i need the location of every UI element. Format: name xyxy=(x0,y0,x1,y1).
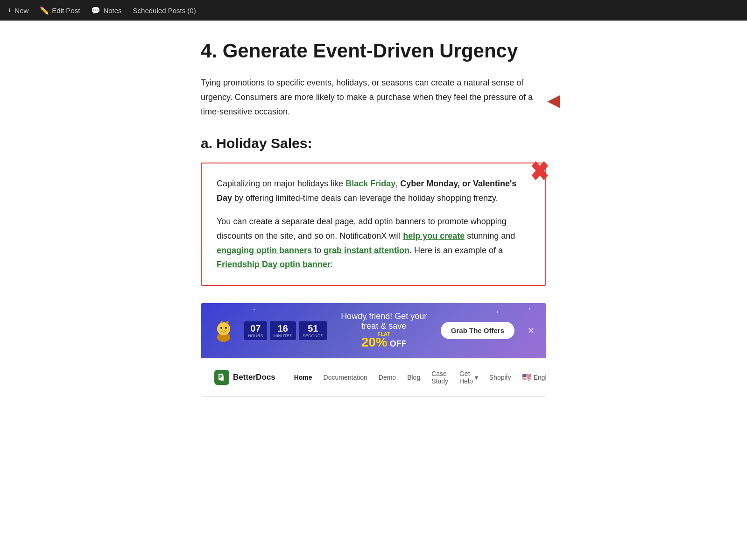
notes-button[interactable]: 💬 Notes xyxy=(91,6,121,15)
scheduled-label: Scheduled Posts (0) xyxy=(133,7,196,14)
nav-home[interactable]: Home xyxy=(294,374,312,381)
play-arrow-icon: ◀ xyxy=(547,92,560,109)
friendship-day-link[interactable]: Friendship Day optin banner xyxy=(217,260,331,269)
countdown-timer: 07 Hours 16 Minutes 51 Seconds xyxy=(244,321,327,340)
chevron-down-icon: ▾ xyxy=(475,374,478,381)
star-5: ✦ xyxy=(496,310,499,314)
hours-label: Hours xyxy=(248,333,263,338)
main-content: 4. Generate Event-Driven Urgency Tying p… xyxy=(163,21,584,415)
nav-documentation[interactable]: Documentation xyxy=(324,374,367,381)
nav-blog[interactable]: Blog xyxy=(407,374,420,381)
minutes-value: 16 xyxy=(274,323,293,333)
logo-text: BetterDocs xyxy=(233,373,275,382)
off-label: OFF xyxy=(390,339,407,348)
logo-icon xyxy=(214,370,229,385)
edit-post-label: Edit Post xyxy=(52,7,80,14)
banner-close-icon[interactable]: ✕ xyxy=(528,326,535,336)
minutes-label: Minutes xyxy=(274,333,293,338)
engaging-optin-banners-link[interactable]: engaging optin banners xyxy=(217,246,312,255)
nav-demo[interactable]: Demo xyxy=(379,374,396,381)
help-create-link[interactable]: help you create xyxy=(403,231,465,241)
countdown-minutes: 16 Minutes xyxy=(270,321,296,340)
scheduled-posts-button[interactable]: Scheduled Posts (0) xyxy=(133,7,196,14)
seconds-value: 51 xyxy=(303,323,324,333)
intro-paragraph: Tying promotions to specific events, hol… xyxy=(201,76,546,119)
nav-case-study[interactable]: Case Study xyxy=(431,370,448,385)
svg-marker-5 xyxy=(226,320,229,323)
box-paragraph-1: Capitalizing on major holidays like Blac… xyxy=(217,177,530,205)
nav-shopify[interactable]: Shopify xyxy=(489,374,511,381)
betterdocs-logo[interactable]: BetterDocs xyxy=(214,370,275,385)
plus-icon: + xyxy=(7,6,12,14)
countdown-hours: 07 Hours xyxy=(244,321,267,340)
subsection-title: a. Holiday Sales: xyxy=(201,135,546,151)
discount-value: 20% xyxy=(361,335,388,349)
grab-instant-attention-link[interactable]: grab instant attention xyxy=(324,246,409,255)
section-title: 4. Generate Event-Driven Urgency xyxy=(201,39,546,63)
svg-point-3 xyxy=(225,327,227,329)
nav-get-help[interactable]: Get Help ▾ xyxy=(459,370,478,385)
banner-top-bar: ✦ ✦ ✦ ✦ ✦ ✦ xyxy=(201,303,546,358)
nav-language[interactable]: 🇺🇸 English ▾ xyxy=(522,373,546,382)
banner-mascot xyxy=(212,319,235,343)
black-friday-link[interactable]: Black Friday xyxy=(345,179,395,188)
svg-marker-4 xyxy=(220,320,224,323)
box-paragraph-2: You can create a separate deal page, add… xyxy=(217,214,530,271)
flag-icon: 🇺🇸 xyxy=(522,373,531,382)
banner-preview: ✦ ✦ ✦ ✦ ✦ ✦ xyxy=(201,303,546,397)
star-1: ✦ xyxy=(253,308,256,312)
banner-text-prefix: Howdy friend! Get your treat & save xyxy=(341,312,427,331)
new-button[interactable]: + New xyxy=(7,6,28,14)
hours-value: 07 xyxy=(248,323,263,333)
toolbar: + New ✏️ Edit Post 💬 Notes Scheduled Pos… xyxy=(0,0,747,21)
notes-icon: 💬 xyxy=(91,6,100,15)
svg-point-1 xyxy=(217,322,230,335)
svg-point-2 xyxy=(220,327,222,329)
star-3: ✦ xyxy=(528,307,531,311)
pencil-icon: ✏️ xyxy=(40,6,49,15)
close-x-icon[interactable]: ✖ xyxy=(530,159,549,185)
seconds-label: Seconds xyxy=(303,333,324,338)
notes-label: Notes xyxy=(103,7,121,14)
banner-message: Howdy friend! Get your treat & save FLAT… xyxy=(337,312,431,350)
betterdocs-navbar: BetterDocs Home Documentation Demo Blog … xyxy=(201,358,546,396)
nav-links: Home Documentation Demo Blog Case Study … xyxy=(294,370,546,385)
grab-offers-button[interactable]: Grab The Offers xyxy=(441,322,514,339)
edit-post-button[interactable]: ✏️ Edit Post xyxy=(40,6,80,15)
new-label: New xyxy=(14,7,28,14)
countdown-seconds: 51 Seconds xyxy=(299,321,327,340)
highlighted-content-box: ✖ Capitalizing on major holidays like Bl… xyxy=(201,163,546,286)
